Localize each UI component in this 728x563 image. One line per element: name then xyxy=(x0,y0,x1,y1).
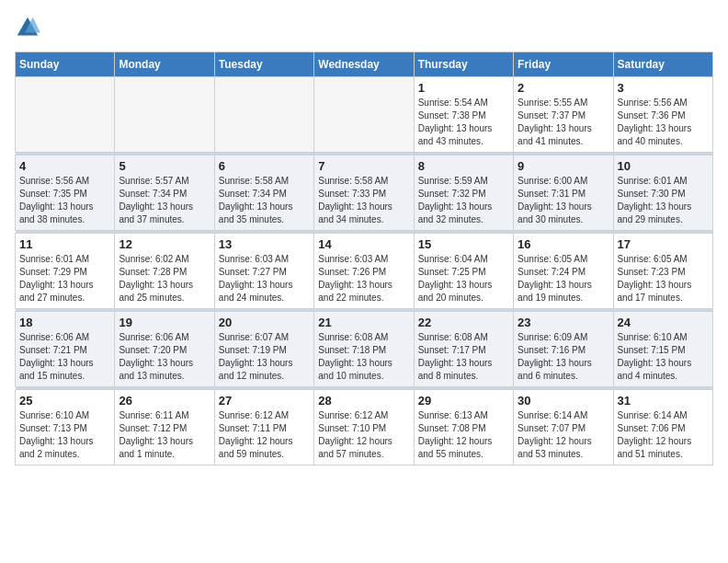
weekday-wednesday: Wednesday xyxy=(314,52,414,77)
day-info: Sunrise: 6:10 AMSunset: 7:13 PMDaylight:… xyxy=(19,409,110,461)
weekday-sunday: Sunday xyxy=(16,52,115,77)
day-cell: 13Sunrise: 6:03 AMSunset: 7:27 PMDayligh… xyxy=(214,234,313,309)
day-number: 17 xyxy=(618,237,709,251)
logo xyxy=(15,15,44,40)
day-number: 15 xyxy=(418,237,509,251)
week-row-2: 4Sunrise: 5:56 AMSunset: 7:35 PMDaylight… xyxy=(16,155,713,231)
day-cell: 4Sunrise: 5:56 AMSunset: 7:35 PMDaylight… xyxy=(16,155,115,231)
day-number: 11 xyxy=(19,237,110,251)
day-number: 31 xyxy=(618,394,709,408)
weekday-header-row: SundayMondayTuesdayWednesdayThursdayFrid… xyxy=(16,52,713,77)
weekday-monday: Monday xyxy=(115,52,214,77)
day-cell: 30Sunrise: 6:14 AMSunset: 7:07 PMDayligh… xyxy=(514,390,613,465)
day-cell: 7Sunrise: 5:58 AMSunset: 7:33 PMDaylight… xyxy=(314,155,414,231)
weekday-tuesday: Tuesday xyxy=(214,52,313,77)
day-cell: 26Sunrise: 6:11 AMSunset: 7:12 PMDayligh… xyxy=(115,390,214,465)
day-info: Sunrise: 6:12 AMSunset: 7:10 PMDaylight:… xyxy=(318,409,409,461)
week-row-3: 11Sunrise: 6:01 AMSunset: 7:29 PMDayligh… xyxy=(16,234,713,309)
day-info: Sunrise: 6:04 AMSunset: 7:25 PMDaylight:… xyxy=(418,253,509,304)
day-number: 23 xyxy=(518,316,609,329)
day-number: 6 xyxy=(219,159,310,173)
day-number: 10 xyxy=(618,159,709,173)
weekday-friday: Friday xyxy=(514,52,613,77)
day-cell xyxy=(16,77,115,153)
day-number: 5 xyxy=(119,159,210,173)
day-info: Sunrise: 5:56 AMSunset: 7:36 PMDaylight:… xyxy=(618,97,709,148)
day-number: 29 xyxy=(418,394,509,408)
day-cell: 22Sunrise: 6:08 AMSunset: 7:17 PMDayligh… xyxy=(414,312,513,387)
day-info: Sunrise: 5:55 AMSunset: 7:37 PMDaylight:… xyxy=(518,97,609,148)
day-info: Sunrise: 5:57 AMSunset: 7:34 PMDaylight:… xyxy=(119,175,210,226)
day-info: Sunrise: 5:59 AMSunset: 7:32 PMDaylight:… xyxy=(418,175,509,226)
week-row-4: 18Sunrise: 6:06 AMSunset: 7:21 PMDayligh… xyxy=(16,312,713,387)
day-info: Sunrise: 6:05 AMSunset: 7:24 PMDaylight:… xyxy=(518,253,609,304)
day-info: Sunrise: 6:08 AMSunset: 7:18 PMDaylight:… xyxy=(318,331,409,383)
day-cell: 10Sunrise: 6:01 AMSunset: 7:30 PMDayligh… xyxy=(613,155,712,231)
day-info: Sunrise: 6:00 AMSunset: 7:31 PMDaylight:… xyxy=(518,175,609,226)
day-number: 9 xyxy=(518,159,609,173)
week-row-5: 25Sunrise: 6:10 AMSunset: 7:13 PMDayligh… xyxy=(16,390,713,465)
day-info: Sunrise: 6:11 AMSunset: 7:12 PMDaylight:… xyxy=(119,409,210,461)
day-info: Sunrise: 6:01 AMSunset: 7:30 PMDaylight:… xyxy=(618,175,709,226)
day-cell: 3Sunrise: 5:56 AMSunset: 7:36 PMDaylight… xyxy=(613,77,712,153)
day-cell: 15Sunrise: 6:04 AMSunset: 7:25 PMDayligh… xyxy=(414,234,513,309)
day-info: Sunrise: 6:03 AMSunset: 7:27 PMDaylight:… xyxy=(219,253,310,304)
day-cell: 8Sunrise: 5:59 AMSunset: 7:32 PMDaylight… xyxy=(414,155,513,231)
page-header xyxy=(15,15,713,40)
day-cell: 17Sunrise: 6:05 AMSunset: 7:23 PMDayligh… xyxy=(613,234,712,309)
day-info: Sunrise: 6:10 AMSunset: 7:15 PMDaylight:… xyxy=(618,331,709,383)
day-number: 30 xyxy=(518,394,609,408)
day-cell: 5Sunrise: 5:57 AMSunset: 7:34 PMDaylight… xyxy=(115,155,214,231)
day-info: Sunrise: 5:58 AMSunset: 7:33 PMDaylight:… xyxy=(318,175,409,226)
day-cell: 25Sunrise: 6:10 AMSunset: 7:13 PMDayligh… xyxy=(16,390,115,465)
day-cell: 12Sunrise: 6:02 AMSunset: 7:28 PMDayligh… xyxy=(115,234,214,309)
day-cell: 24Sunrise: 6:10 AMSunset: 7:15 PMDayligh… xyxy=(613,312,712,387)
day-cell: 23Sunrise: 6:09 AMSunset: 7:16 PMDayligh… xyxy=(514,312,613,387)
day-info: Sunrise: 5:58 AMSunset: 7:34 PMDaylight:… xyxy=(219,175,310,226)
week-row-1: 1Sunrise: 5:54 AMSunset: 7:38 PMDaylight… xyxy=(16,77,713,153)
day-info: Sunrise: 6:02 AMSunset: 7:28 PMDaylight:… xyxy=(119,253,210,304)
day-number: 21 xyxy=(318,316,409,329)
day-number: 27 xyxy=(219,394,310,408)
day-number: 14 xyxy=(318,237,409,251)
day-cell: 18Sunrise: 6:06 AMSunset: 7:21 PMDayligh… xyxy=(16,312,115,387)
day-number: 13 xyxy=(219,237,310,251)
day-cell: 6Sunrise: 5:58 AMSunset: 7:34 PMDaylight… xyxy=(214,155,313,231)
day-number: 16 xyxy=(518,237,609,251)
day-number: 2 xyxy=(518,81,609,95)
day-cell: 1Sunrise: 5:54 AMSunset: 7:38 PMDaylight… xyxy=(414,77,513,153)
day-cell xyxy=(115,77,214,153)
logo-icon xyxy=(15,15,40,40)
day-info: Sunrise: 5:56 AMSunset: 7:35 PMDaylight:… xyxy=(19,175,110,226)
day-cell: 11Sunrise: 6:01 AMSunset: 7:29 PMDayligh… xyxy=(16,234,115,309)
day-number: 8 xyxy=(418,159,509,173)
day-number: 12 xyxy=(119,237,210,251)
calendar-body: 1Sunrise: 5:54 AMSunset: 7:38 PMDaylight… xyxy=(16,77,713,465)
day-number: 19 xyxy=(119,316,210,329)
day-info: Sunrise: 6:14 AMSunset: 7:06 PMDaylight:… xyxy=(618,409,709,461)
day-cell: 19Sunrise: 6:06 AMSunset: 7:20 PMDayligh… xyxy=(115,312,214,387)
day-info: Sunrise: 6:12 AMSunset: 7:11 PMDaylight:… xyxy=(219,409,310,461)
day-cell: 28Sunrise: 6:12 AMSunset: 7:10 PMDayligh… xyxy=(314,390,414,465)
day-info: Sunrise: 6:09 AMSunset: 7:16 PMDaylight:… xyxy=(518,331,609,383)
day-info: Sunrise: 6:06 AMSunset: 7:21 PMDaylight:… xyxy=(19,331,110,383)
day-number: 7 xyxy=(318,159,409,173)
day-number: 4 xyxy=(19,159,110,173)
day-cell: 16Sunrise: 6:05 AMSunset: 7:24 PMDayligh… xyxy=(514,234,613,309)
day-cell xyxy=(214,77,313,153)
day-info: Sunrise: 6:01 AMSunset: 7:29 PMDaylight:… xyxy=(19,253,110,304)
day-info: Sunrise: 6:07 AMSunset: 7:19 PMDaylight:… xyxy=(219,331,310,383)
day-info: Sunrise: 6:14 AMSunset: 7:07 PMDaylight:… xyxy=(518,409,609,461)
weekday-thursday: Thursday xyxy=(414,52,513,77)
day-cell: 20Sunrise: 6:07 AMSunset: 7:19 PMDayligh… xyxy=(214,312,313,387)
day-number: 26 xyxy=(119,394,210,408)
day-info: Sunrise: 6:03 AMSunset: 7:26 PMDaylight:… xyxy=(318,253,409,304)
day-cell: 27Sunrise: 6:12 AMSunset: 7:11 PMDayligh… xyxy=(214,390,313,465)
day-cell: 21Sunrise: 6:08 AMSunset: 7:18 PMDayligh… xyxy=(314,312,414,387)
day-number: 18 xyxy=(19,316,110,329)
day-info: Sunrise: 6:08 AMSunset: 7:17 PMDaylight:… xyxy=(418,331,509,383)
day-cell: 2Sunrise: 5:55 AMSunset: 7:37 PMDaylight… xyxy=(514,77,613,153)
day-cell: 29Sunrise: 6:13 AMSunset: 7:08 PMDayligh… xyxy=(414,390,513,465)
day-number: 1 xyxy=(418,81,509,95)
day-number: 20 xyxy=(219,316,310,329)
